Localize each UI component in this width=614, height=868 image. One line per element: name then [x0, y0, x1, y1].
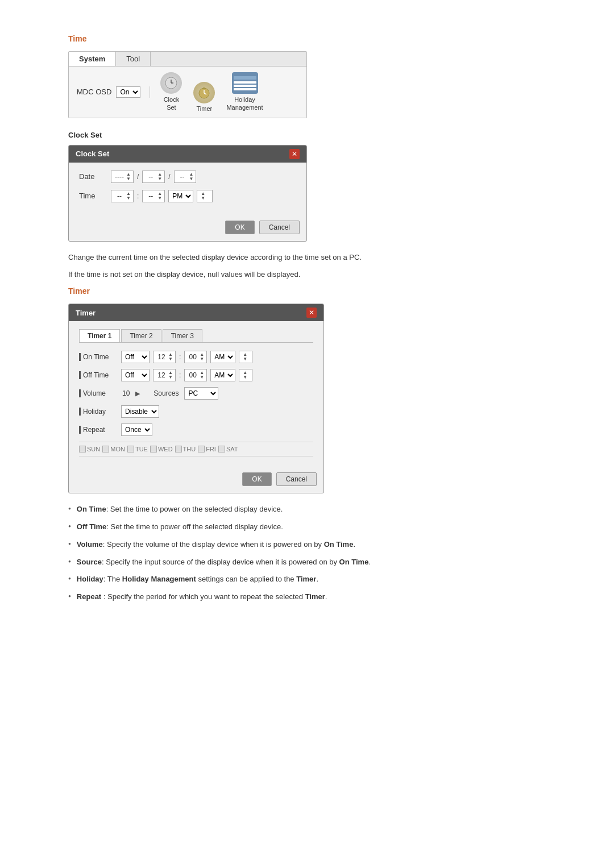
bullet-source: ● Source: Specify the input source of th… [68, 556, 546, 568]
mdc-osd-label: MDC OSD [77, 88, 111, 96]
date-down-2[interactable]: ▼ [157, 177, 162, 181]
time-down-2[interactable]: ▼ [157, 196, 162, 201]
on-time-hour-val: 12 [156, 353, 167, 361]
day-tue[interactable]: TUE [127, 446, 148, 452]
date-down-1[interactable]: ▼ [126, 177, 131, 181]
timer-icon-item[interactable]: Timer [193, 82, 215, 112]
date-val3: -- [177, 173, 188, 181]
holiday-icon [232, 72, 258, 94]
on-time-ampm-down[interactable]: ▼ [243, 357, 247, 362]
off-time-ampm-select[interactable]: AM PM [210, 369, 235, 381]
day-mon-check[interactable] [102, 446, 109, 452]
on-time-min-spinner[interactable]: 00 ▲ ▼ [184, 351, 207, 363]
bullet-dot-3: ● [68, 541, 71, 548]
day-thu-check[interactable] [175, 446, 182, 452]
on-time-colon: : [179, 353, 181, 361]
bullet-dot-5: ● [68, 575, 71, 583]
ampm-spinner[interactable]: ▲ ▼ [197, 190, 213, 202]
sources-select[interactable]: PC [184, 387, 218, 400]
clock-set-cancel-button[interactable]: Cancel [259, 221, 300, 234]
holiday-icon-item[interactable]: HolidayManagement [226, 72, 263, 112]
holiday-label-icon: HolidayManagement [226, 95, 263, 112]
bullet-dot-1: ● [68, 505, 71, 513]
tool-icons: ClockSet Timer [160, 72, 263, 112]
date-sep2: / [168, 173, 170, 181]
day-tue-check[interactable] [127, 446, 134, 452]
off-time-ampm-down[interactable]: ▼ [243, 375, 247, 380]
on-time-ampm-select[interactable]: AM PM [210, 351, 235, 363]
day-wed-check[interactable] [150, 446, 157, 452]
day-fri-label: FRI [206, 446, 216, 452]
off-time-hour-down[interactable]: ▼ [168, 375, 173, 380]
tab-tool[interactable]: Tool [116, 52, 151, 66]
tab-system[interactable]: System [69, 52, 116, 66]
date-label: Date [79, 172, 107, 181]
holiday-select[interactable]: Disable [121, 405, 159, 418]
holiday-row: Holiday Disable [79, 405, 313, 418]
on-time-hour-down[interactable]: ▼ [168, 357, 173, 362]
day-sat-label: SAT [226, 446, 238, 452]
off-time-min-down[interactable]: ▼ [200, 375, 204, 380]
day-wed[interactable]: WED [150, 446, 173, 452]
on-time-hour-spinner[interactable]: 12 ▲ ▼ [153, 351, 176, 363]
off-time-min-spinner[interactable]: 00 ▲ ▼ [184, 369, 207, 381]
bullet-holiday: ● Holiday: The Holiday Management settin… [68, 574, 546, 585]
clock-set-icon-item[interactable]: ClockSet [160, 72, 182, 112]
off-time-row: Off Time Off 12 ▲ ▼ : 00 ▲ ▼ AM [79, 369, 313, 381]
timer-tab-3[interactable]: Timer 3 [163, 329, 202, 342]
on-time-ampm-spinner[interactable]: ▲ ▼ [239, 351, 252, 363]
clock-set-label-icon: ClockSet [164, 95, 180, 112]
timer-close-button[interactable]: ✕ [306, 308, 317, 318]
day-thu[interactable]: THU [175, 446, 196, 452]
clock-set-dialog-header: Clock Set ✕ [69, 146, 306, 163]
day-mon-label: MON [110, 446, 125, 452]
day-sun-check[interactable] [79, 446, 86, 452]
ampm-down[interactable]: ▼ [201, 196, 205, 201]
timer-dialog-title: Timer [76, 309, 96, 317]
day-sun[interactable]: SUN [79, 446, 100, 452]
time-spinner-2[interactable]: -- ▲ ▼ [142, 190, 165, 202]
bullet-list: ● On Time: Set the time to power on the … [68, 504, 546, 603]
date-spinner-1[interactable]: ---- ▲ ▼ [111, 171, 134, 183]
on-time-min-down[interactable]: ▼ [200, 357, 204, 362]
timer-ok-button[interactable]: OK [242, 472, 271, 486]
day-thu-label: THU [183, 446, 196, 452]
time-val1: -- [114, 192, 125, 200]
bullet-on-time: ● On Time: Set the time to power on the … [68, 504, 546, 516]
time-down-1[interactable]: ▼ [126, 196, 131, 201]
bullet-dot-2: ● [68, 523, 71, 530]
day-sat-check[interactable] [218, 446, 225, 452]
bullet-off-time-text: Off Time: Set the time to power off the … [77, 521, 283, 533]
bullet-dot-4: ● [68, 558, 71, 566]
mdc-osd-select[interactable]: On [116, 86, 140, 98]
repeat-select[interactable]: Once [121, 423, 152, 436]
date-spinner-3[interactable]: -- ▲ ▼ [174, 171, 197, 183]
volume-arrow-right[interactable]: ▶ [135, 390, 140, 397]
on-time-select[interactable]: Off [121, 351, 150, 363]
day-mon[interactable]: MON [102, 446, 125, 452]
off-time-min-val: 00 [187, 371, 198, 379]
date-row: Date ---- ▲ ▼ / -- ▲ ▼ / -- ▲ [79, 171, 296, 183]
time-spinner-1[interactable]: -- ▲ ▼ [111, 190, 134, 202]
timer-dialog: Timer ✕ Timer 1 Timer 2 Timer 3 On Time … [68, 304, 324, 493]
days-row: SUN MON TUE WED THU FRI [79, 442, 313, 456]
timer-tab-2[interactable]: Timer 2 [121, 329, 161, 342]
day-fri[interactable]: FRI [198, 446, 216, 452]
off-time-hour-val: 12 [156, 371, 167, 379]
on-time-min-val: 00 [187, 353, 198, 361]
sources-label: Sources [154, 389, 179, 397]
day-fri-check[interactable] [198, 446, 205, 452]
date-down-3[interactable]: ▼ [189, 177, 194, 181]
off-time-select[interactable]: Off [121, 369, 150, 381]
day-sat[interactable]: SAT [218, 446, 238, 452]
ampm-select[interactable]: PM AM [168, 190, 193, 202]
clock-set-ok-button[interactable]: OK [225, 221, 254, 234]
time-section-title: Time [68, 34, 546, 43]
timer-tab-1[interactable]: Timer 1 [79, 329, 120, 342]
clock-set-close-button[interactable]: ✕ [289, 149, 300, 159]
date-spinner-2[interactable]: -- ▲ ▼ [142, 171, 165, 183]
timer-cancel-button[interactable]: Cancel [276, 472, 317, 486]
off-time-hour-spinner[interactable]: 12 ▲ ▼ [153, 369, 176, 381]
clock-set-section-label: Clock Set [68, 131, 546, 139]
off-time-ampm-spinner[interactable]: ▲ ▼ [239, 369, 252, 381]
